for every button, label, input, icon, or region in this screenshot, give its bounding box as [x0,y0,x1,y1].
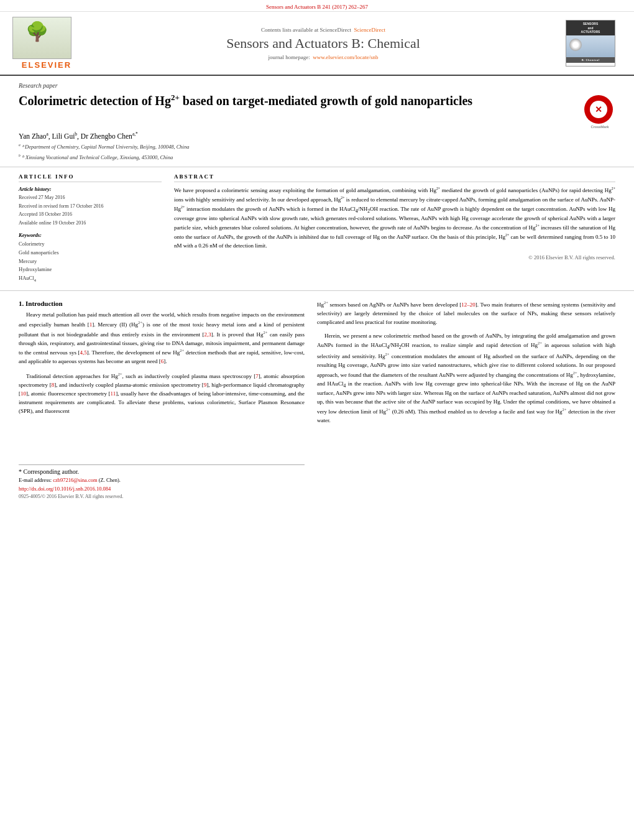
email-line: E-mail address: czb97216@sina.com (Z. Ch… [19,477,305,483]
intro-para-2: Traditional detection approaches for Hg2… [19,371,305,416]
copyright-line: © 2016 Elsevier B.V. All rights reserved… [174,254,615,261]
footnotes-divider: * Corresponding author. E-mail address: … [19,464,305,499]
corresponding-author-note: * Corresponding author. [19,468,305,475]
ref-9[interactable]: 9 [204,382,207,388]
article-history-section: Article history: Received 27 May 2016 Re… [19,186,162,227]
doi-line: http://dx.doi.org/10.1016/j.snb.2016.10.… [19,486,305,492]
ref-6[interactable]: 6 [161,358,164,364]
article-header: Research paper Colorimetric detection of… [0,76,634,167]
homepage-label: journal homepage: [268,54,310,60]
sensors-middle-graphic [566,35,615,57]
ref-2-3[interactable]: 2,3 [204,331,211,338]
crossmark-circle: ✕ [584,95,613,124]
affiliation-a: a ᵃ Department of Chemistry, Capital Nor… [19,142,615,151]
affiliation-b: b ᵇ Xinxiang Vocational and Technical Co… [19,153,615,162]
affiliation-b-text: ᵇ Xinxiang Vocational and Technical Coll… [22,154,173,160]
article-title: Colorimetric detection of Hg2+ based on … [19,93,472,109]
doi-link[interactable]: http://dx.doi.org/10.1016/j.snb.2016.10.… [19,486,305,492]
ref-8[interactable]: 8 [52,382,55,388]
abstract-header: ABSTRACT [174,173,615,182]
elsevier-tree-graphic [12,17,71,59]
citation-text: Sensors and Actuators B 241 (2017) 262–2… [266,4,368,10]
body-left-col: 1. Introduction Heavy metal pollution ha… [19,300,305,499]
authors-line: Yan Zhaoa, Lili Guib, Dr Zhengbo Chena,* [19,131,615,140]
email-address[interactable]: czb97216@sina.com [53,477,97,483]
article-type-label: Research paper [19,82,615,89]
keyword-1: Colorimetry [19,240,162,249]
info-abstract-section: ARTICLE INFO Article history: Received 2… [0,167,634,291]
intro-para-1: Heavy metal pollution has paid much atte… [19,311,305,367]
keyword-4: Hydroxylamine [19,265,162,274]
abstract-col: ABSTRACT We have proposed a colorimetric… [174,173,615,284]
elsevier-text: ELSEVIER [22,60,71,70]
star-note-text: * Corresponding author. [19,468,79,475]
journal-name: Sensors and Actuators B: Chemical [81,35,566,52]
science-direct-link[interactable]: ScienceDirect [354,27,385,33]
accepted-date: Accepted 18 October 2016 [19,210,162,219]
email-label: E-mail address: [19,477,52,483]
keyword-2: Gold nanoparticles [19,249,162,257]
ref-10[interactable]: 10 [21,390,26,397]
intro-para-4: Herein, we present a new colorimetric me… [317,332,615,425]
ref-11[interactable]: 11 [111,390,116,397]
available-date: Available online 19 October 2016 [19,219,162,228]
ref-12-20[interactable]: 12–20 [461,302,476,308]
journal-title-block: Contents lists available at ScienceDirec… [81,27,566,60]
email-person: (Z. Chen). [99,477,121,483]
issn-line: 0925-4005/© 2016 Elsevier B.V. All right… [19,494,305,499]
keyword-5: HAuCl4 [19,274,162,284]
article-title-row: Colorimetric detection of Hg2+ based on … [19,93,615,126]
revised-date: Received in revised form 17 October 2016 [19,202,162,211]
abstract-text: We have proposed a colorimetric sensing … [174,186,615,251]
homepage-url[interactable]: www.elsevier.com/locate/snb [313,54,378,60]
science-direct-line: Contents lists available at ScienceDirec… [81,27,566,33]
crossmark-inner: ✕ [590,101,607,118]
keywords-section: Keywords: Colorimetry Gold nanoparticles… [19,232,162,284]
article-dates: Received 27 May 2016 Received in revised… [19,193,162,227]
sensors-logo-draw: SENSORS and ACTUATORS B: Chemical [566,20,615,67]
sensors-text3: ACTUATORS [581,30,600,34]
body-section: 1. Introduction Heavy metal pollution ha… [0,291,634,505]
sensors-bottom-text: B: Chemical [566,57,615,63]
citation-bar: Sensors and Actuators B 241 (2017) 262–2… [0,0,634,12]
article-info-header: ARTICLE INFO [19,173,162,182]
affiliation-a-text: ᵃ Department of Chemistry, Capital Norma… [22,144,190,150]
sensors-logo: SENSORS and ACTUATORS B: Chemical [566,20,622,67]
sensors-text1: SENSORS [583,22,598,25]
crossmark-label: CrossMark [584,125,615,129]
sensors-top-text: SENSORS and ACTUATORS [566,21,615,35]
keywords-label: Keywords: [19,232,162,238]
article-info-col: ARTICLE INFO Article history: Received 2… [19,173,162,284]
intro-section-title: 1. Introduction [19,300,305,307]
page: Sensors and Actuators B 241 (2017) 262–2… [0,0,634,840]
sensors-text2: and [588,26,594,30]
journal-header: ELSEVIER Contents lists available at Sci… [0,12,634,76]
journal-homepage: journal homepage: www.elsevier.com/locat… [81,54,566,60]
elsevier-logo: ELSEVIER [12,17,81,70]
ref-7[interactable]: 7 [255,373,259,379]
crossmark-badge: ✕ CrossMark [584,95,615,126]
article-history-label: Article history: [19,186,162,192]
intro-para-3: Hg2+ sensors based on AgNPs or AuNPs hav… [317,300,615,327]
keyword-3: Mercury [19,257,162,266]
ref-1[interactable]: 1 [90,321,93,328]
ref-4-5[interactable]: 4,5 [80,349,87,356]
received-date: Received 27 May 2016 [19,193,162,202]
body-right-col: Hg2+ sensors based on AgNPs or AuNPs hav… [317,300,615,499]
footnotes-block: * Corresponding author. E-mail address: … [19,421,305,499]
contents-available-text: Contents lists available at ScienceDirec… [261,27,351,33]
